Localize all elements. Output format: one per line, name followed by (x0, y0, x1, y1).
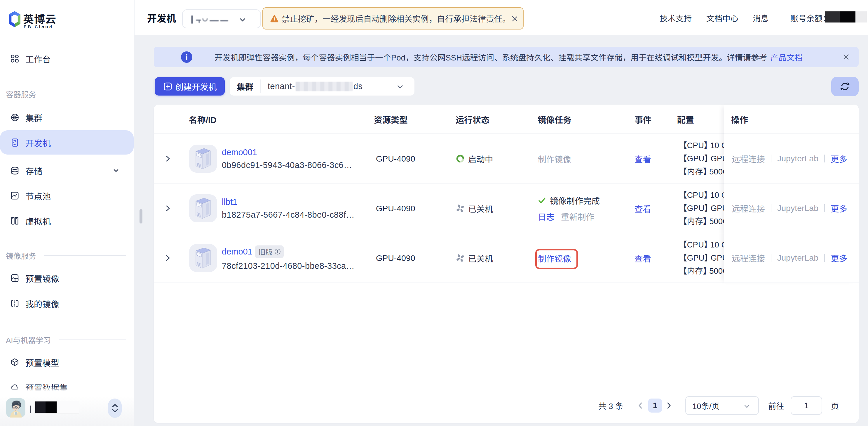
column-header-run-status: 运行状态 (456, 105, 490, 134)
resource-type: GPU-4090 (376, 183, 415, 233)
config-line: 【CPU】 10 C (683, 239, 724, 250)
config-line: 【内存】 500G (683, 266, 724, 276)
workbench-icon (11, 55, 19, 62)
image-task-label: 镜像制作完成 (550, 194, 600, 206)
more-link[interactable]: 更多 (831, 152, 847, 165)
config-cell: 【CPU】 10 C 【GPU】 GPU 【内存】 500G (683, 134, 724, 183)
jupyterlab-link[interactable]: JupyterLab (777, 154, 818, 163)
section-label: 容器服务 (6, 88, 36, 100)
brand-logo-icon (9, 11, 21, 27)
sidebar-item-nodepool[interactable]: 节点池 (0, 183, 134, 208)
server-icon (189, 145, 217, 173)
user-switch-button[interactable] (108, 399, 122, 418)
preset-model-icon (11, 358, 19, 366)
task-log-link[interactable]: 日志 (538, 210, 555, 222)
event-view-link[interactable]: 查看 (634, 202, 651, 215)
row-expander-icon[interactable] (162, 183, 173, 233)
section-divider (44, 255, 126, 256)
avatar[interactable] (6, 398, 25, 418)
sidebar-item-label: 虚拟机 (25, 215, 51, 227)
info-banner-close-icon[interactable] (842, 53, 850, 61)
run-status-label: 已关机 (468, 252, 493, 264)
remote-connect-link[interactable]: 远程连接 (732, 202, 765, 214)
server-icon (189, 244, 217, 272)
create-devmachine-button[interactable]: 创建开发机 (155, 77, 225, 95)
sidebar-item-my-images[interactable]: 我的镜像 (0, 291, 134, 316)
cluster-select[interactable]: 集群 tenant-ds (230, 77, 414, 95)
sidebar-item-storage[interactable]: 存储 (0, 159, 134, 182)
chevron-down-icon (239, 16, 246, 24)
my-image-icon (11, 300, 19, 307)
action-separator (771, 204, 771, 212)
sidebar-item-label: 工作台 (25, 53, 51, 65)
event-view-link[interactable]: 查看 (634, 153, 651, 165)
nav-messages[interactable]: 消息 (753, 0, 769, 35)
sidebar-section-container: AI与机器学习 (6, 334, 128, 345)
make-image-link[interactable]: 制作镜像 (538, 252, 571, 264)
page-size-value: 10条/页 (692, 397, 719, 414)
more-link[interactable]: 更多 (831, 252, 847, 264)
workspace-select[interactable] (182, 9, 261, 28)
warning-close-icon[interactable] (511, 15, 519, 23)
table-row: demo01 旧版 78cf2103-210d-4680-bbe8-33ca… … (154, 233, 724, 283)
more-link[interactable]: 更多 (831, 202, 847, 214)
topbar: 开发机 (134, 0, 868, 35)
page-size-select[interactable]: 10条/页 (685, 396, 759, 415)
page-unit-label: 页 (831, 396, 839, 415)
task-rebuild-link[interactable]: 重新制作 (561, 210, 594, 222)
workspace-select-redacted (191, 14, 229, 25)
app-root: 英博云 EB Cloud 工作台 容器服务 (0, 0, 868, 426)
config-line: 【GPU】 GPU (683, 253, 724, 263)
remote-connect-link[interactable]: 远程连接 (732, 152, 765, 165)
resource-type: GPU-4090 (376, 233, 415, 283)
nav-docs[interactable]: 文档中心 (706, 0, 738, 35)
event-view-link[interactable]: 查看 (634, 252, 651, 264)
instance-name-link[interactable]: demo01 (222, 247, 252, 257)
refresh-button[interactable] (831, 77, 859, 96)
resource-type: GPU-4090 (376, 134, 415, 183)
sidebar-item-label: 预置镜像 (25, 272, 59, 284)
jupyterlab-link[interactable]: JupyterLab (777, 203, 818, 213)
cluster-value-redacted (296, 82, 353, 91)
product-doc-link[interactable]: 产品文档 (771, 51, 803, 63)
pagination-current-page[interactable]: 1 (648, 399, 662, 413)
instance-name-link[interactable]: demo001 (222, 147, 257, 157)
sidebar-item-cluster[interactable]: 集群 (0, 105, 134, 130)
instance-name-link[interactable]: llbt1 (222, 197, 237, 207)
goto-page-input[interactable]: 1 (790, 396, 822, 415)
sidebar-item-preset-images[interactable]: 预置镜像 (0, 266, 134, 290)
row-expander-icon[interactable] (162, 233, 173, 283)
sidebar-item-devmachine[interactable]: 开发机 (0, 130, 134, 154)
pagination-prev-icon[interactable] (637, 401, 644, 410)
sidebar-item-preset-models[interactable]: 预置模型 (0, 350, 134, 374)
row-actions: 远程连接 JupyterLab 更多 (724, 134, 859, 183)
fan-icon (456, 204, 464, 212)
run-status-label: 已关机 (468, 202, 493, 215)
info-banner: 开发机即弹性容器实例，每个容器实例相当于一个Pod，支持公网SSH远程访问、系统… (154, 47, 859, 67)
legacy-badge: 旧版 (255, 246, 284, 258)
warning-text: 禁止挖矿，一经发现后自动删除相关实例，自行承担法律责任。 (282, 8, 510, 29)
pagination-next-icon[interactable] (665, 401, 673, 410)
table-row: llbt1 b18275a7-5667-4c84-8be0-c88f… GPU-… (154, 183, 724, 233)
pagination-total: 共 3 条 (598, 397, 623, 414)
remote-connect-link[interactable]: 远程连接 (732, 252, 765, 264)
page-title: 开发机 (147, 0, 176, 35)
info-icon (181, 51, 192, 63)
sidebar-item-label: 集群 (25, 111, 42, 123)
section-label: 镜像服务 (6, 250, 36, 261)
jupyterlab-link[interactable]: JupyterLab (777, 253, 818, 263)
chevron-down-icon (396, 83, 404, 91)
instance-id: b18275a7-5667-4c84-8be0-c88f… (222, 210, 354, 220)
scrollbar-thumb[interactable] (140, 209, 143, 224)
sidebar-item-label: 节点池 (25, 190, 51, 202)
nav-support[interactable]: 技术支持 (660, 0, 692, 35)
config-line: 【内存】 500G (683, 167, 724, 177)
chevron-down-icon (743, 402, 751, 410)
sidebar-item-vm[interactable]: 虚拟机 (0, 209, 134, 233)
column-header-events: 事件 (634, 105, 651, 134)
config-cell: 【CPU】 10 C 【GPU】 GPU 【内存】 500G (683, 233, 724, 283)
config-line: 【CPU】 10 C (683, 190, 724, 200)
column-header-actions: 操作 (731, 105, 748, 134)
row-expander-icon[interactable] (162, 134, 173, 183)
sidebar-item-workbench[interactable]: 工作台 (0, 47, 134, 71)
